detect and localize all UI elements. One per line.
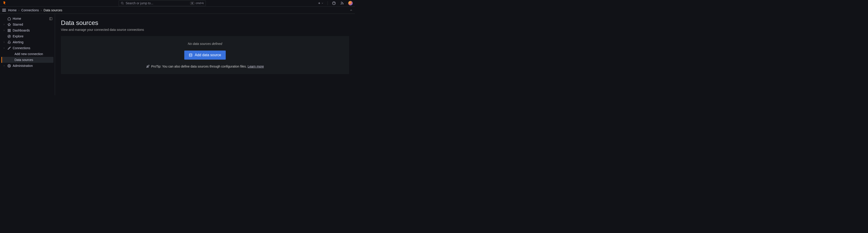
database-icon xyxy=(189,53,192,57)
sidebar-item-label: Connections xyxy=(13,46,30,50)
main-content: Data sources View and manage your connec… xyxy=(55,14,355,95)
add-menu-button[interactable] xyxy=(318,2,323,5)
dashboards-icon xyxy=(7,29,11,32)
grafana-logo-icon[interactable] xyxy=(2,1,7,5)
kiosk-toggle-icon[interactable] xyxy=(349,9,353,12)
svg-line-1 xyxy=(123,4,124,4)
dock-sidebar-icon[interactable] xyxy=(48,16,54,21)
star-icon xyxy=(7,23,11,26)
plug-icon xyxy=(7,47,11,50)
svg-line-19 xyxy=(9,47,10,48)
svg-point-6 xyxy=(341,4,341,4)
sidebar-item-add-connection[interactable]: Add new connection xyxy=(1,51,54,57)
search-placeholder: Search or jump to... xyxy=(126,1,188,5)
empty-message: No data sources defined xyxy=(188,42,222,46)
search-shortcut: ⌘ cmd+k xyxy=(190,2,204,5)
empty-state-panel: No data sources defined Add data source … xyxy=(61,36,349,74)
svg-rect-10 xyxy=(8,29,9,30)
sidebar-item-administration[interactable]: Administration xyxy=(1,63,54,69)
svg-rect-12 xyxy=(9,31,10,31)
chevron-right-icon[interactable] xyxy=(3,23,5,26)
sidebar-item-label: Add new connection xyxy=(14,52,43,56)
breadcrumb: Home › Connections › Data sources xyxy=(8,8,62,12)
svg-rect-13 xyxy=(8,31,9,31)
breadcrumb-connections[interactable]: Connections xyxy=(21,8,39,12)
svg-point-17 xyxy=(10,47,10,47)
sidebar-item-explore[interactable]: Explore xyxy=(1,33,54,39)
chevron-right-icon[interactable] xyxy=(3,41,5,43)
sidebar-item-connections[interactable]: Connections xyxy=(1,45,54,51)
chevron-right-icon[interactable] xyxy=(3,65,5,67)
sidebar-item-label: Dashboards xyxy=(13,29,30,32)
breadcrumb-home[interactable]: Home xyxy=(8,8,17,12)
sidebar-item-label: Alerting xyxy=(13,40,23,44)
breadcrumb-current: Data sources xyxy=(44,8,62,12)
compass-icon xyxy=(7,35,11,38)
global-search[interactable]: Search or jump to... ⌘ cmd+k xyxy=(119,0,206,6)
protip-text: ProTip: You can also define data sources… xyxy=(146,65,264,68)
svg-point-21 xyxy=(9,65,9,66)
sidebar-item-label: Data sources xyxy=(14,58,33,62)
svg-point-0 xyxy=(121,2,123,4)
rocket-icon xyxy=(146,65,149,68)
button-label: Add data source xyxy=(195,53,221,57)
svg-point-22 xyxy=(189,54,192,54)
sidebar-item-starred[interactable]: Starred xyxy=(1,22,54,27)
sidebar-item-label: Home xyxy=(13,17,21,20)
chevron-down-icon[interactable] xyxy=(3,47,5,49)
bell-icon xyxy=(7,40,11,44)
learn-more-link[interactable]: Learn more xyxy=(248,65,264,68)
page-title: Data sources xyxy=(61,19,349,27)
sidebar-item-data-sources[interactable]: Data sources xyxy=(1,57,54,63)
sidebar-item-label: Administration xyxy=(13,64,33,67)
divider xyxy=(328,1,328,5)
page-subtitle: View and manage your connected data sour… xyxy=(61,28,349,31)
gear-icon xyxy=(7,64,11,67)
svg-marker-9 xyxy=(8,23,11,26)
user-avatar[interactable] xyxy=(348,1,353,5)
menu-toggle-icon[interactable] xyxy=(2,9,6,11)
chevron-right-icon: › xyxy=(41,8,42,12)
chevron-right-icon[interactable] xyxy=(3,29,5,31)
svg-line-20 xyxy=(8,48,9,49)
svg-rect-11 xyxy=(9,29,10,30)
search-icon xyxy=(121,2,124,5)
sidebar-item-dashboards[interactable]: Dashboards xyxy=(1,27,54,33)
sidebar-item-alerting[interactable]: Alerting xyxy=(1,39,54,45)
svg-rect-7 xyxy=(50,17,52,20)
news-icon[interactable] xyxy=(340,1,344,5)
sidebar-item-home[interactable]: Home xyxy=(1,16,48,22)
svg-point-14 xyxy=(8,35,11,38)
svg-marker-15 xyxy=(9,36,10,37)
add-data-source-button[interactable]: Add data source xyxy=(184,51,226,60)
chevron-right-icon: › xyxy=(18,8,20,12)
sidebar-item-label: Starred xyxy=(13,23,23,26)
help-icon[interactable] xyxy=(332,1,336,5)
svg-point-18 xyxy=(8,49,8,50)
home-icon xyxy=(7,17,11,20)
sidebar: Home Starred Dashboards xyxy=(0,14,55,95)
sidebar-item-label: Explore xyxy=(13,34,23,38)
